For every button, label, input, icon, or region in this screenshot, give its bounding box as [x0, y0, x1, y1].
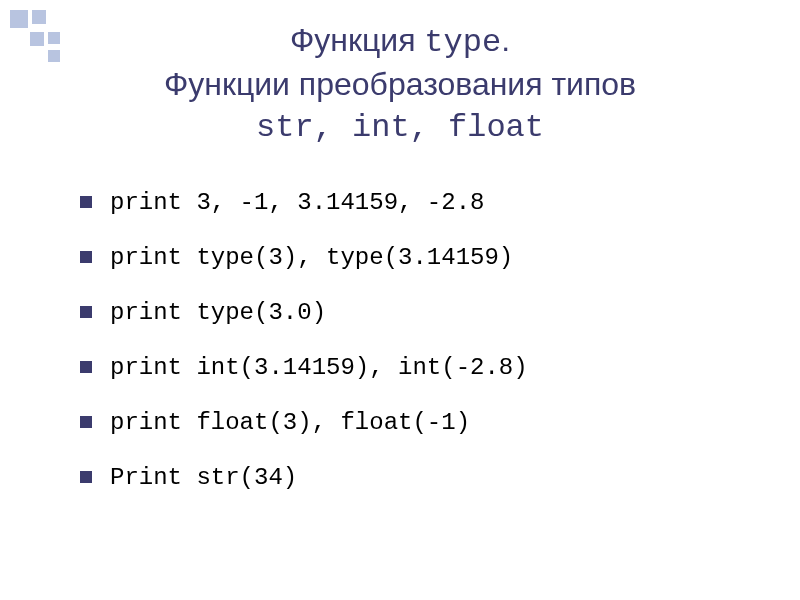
list-item: print 3, -1, 3.14159, -2.8: [80, 189, 740, 216]
corner-decoration: [10, 10, 60, 62]
title-line1-suffix: .: [501, 22, 510, 58]
title-line2: Функции преобразования типов: [164, 66, 636, 102]
slide-content: Функция type. Функции преобразования тип…: [0, 0, 800, 600]
title-line1-mono: type: [424, 24, 501, 61]
list-item: print type(3.0): [80, 299, 740, 326]
slide-title: Функция type. Функции преобразования тип…: [60, 20, 740, 149]
list-item: print int(3.14159), int(-2.8): [80, 354, 740, 381]
title-line1-prefix: Функция: [290, 22, 424, 58]
list-item: print float(3), float(-1): [80, 409, 740, 436]
bullet-list: print 3, -1, 3.14159, -2.8 print type(3)…: [60, 189, 740, 491]
list-item: print type(3), type(3.14159): [80, 244, 740, 271]
title-line3: str, int, float: [256, 109, 544, 146]
list-item: Print str(34): [80, 464, 740, 491]
